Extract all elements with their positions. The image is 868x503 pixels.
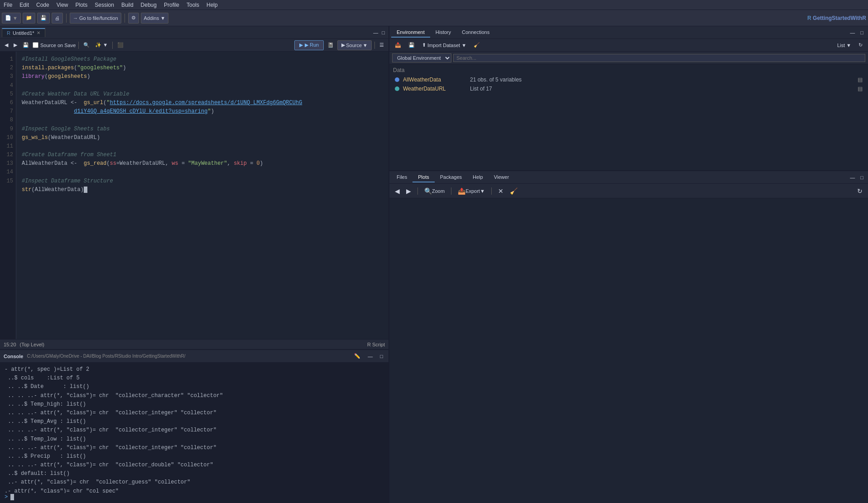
addins-button[interactable]: Addins ▼ xyxy=(141,13,169,24)
source-on-save-label: Source on Save xyxy=(33,42,76,48)
main-toolbar: 📄 ▼ 📁 💾 🖨 → Go to file/function ⚙ Addins… xyxy=(0,10,868,26)
files-maximize-button[interactable]: □ xyxy=(858,174,866,181)
refresh-plots-button[interactable]: ↻ xyxy=(855,187,864,196)
maximize-editor-button[interactable]: □ xyxy=(380,29,387,36)
menu-session[interactable]: Session xyxy=(91,1,118,9)
source-on-save-checkbox[interactable] xyxy=(33,42,38,48)
save-workspace-button[interactable]: 💾 xyxy=(406,41,417,49)
editor-tab-untitled[interactable]: R Untitled1* ✕ xyxy=(2,28,45,37)
main-layout: R Untitled1* ✕ — □ ◀ ▶ 💾 Source on Save … xyxy=(0,26,868,503)
menu-edit[interactable]: Edit xyxy=(16,1,33,9)
zoom-button[interactable]: 🔍 Zoom xyxy=(422,187,446,196)
menu-file[interactable]: File xyxy=(0,1,16,9)
options-button[interactable]: ☰ xyxy=(378,41,386,49)
run-button[interactable]: ▶ ▶ Run xyxy=(294,40,324,50)
search-button[interactable]: 🔍 xyxy=(82,41,91,49)
list-chevron-icon: ▼ xyxy=(846,43,851,48)
clear-plots-button[interactable]: 🧹 xyxy=(508,187,519,196)
run-icon: ▶ xyxy=(299,42,303,48)
env-maximize-button[interactable]: □ xyxy=(858,29,866,36)
new-script-button[interactable]: 📄 ▼ xyxy=(2,13,21,24)
zoom-icon: 🔍 xyxy=(424,187,432,195)
export-chevron-icon: ▼ xyxy=(480,188,485,194)
menu-plots[interactable]: Plots xyxy=(72,1,91,9)
tab-files[interactable]: Files xyxy=(391,172,412,182)
r-file-icon: R xyxy=(7,30,10,36)
menu-profile[interactable]: Profile xyxy=(160,1,183,9)
variable-action-icon[interactable]: ▤ xyxy=(858,77,863,83)
global-env-select[interactable]: Global Environment xyxy=(392,53,451,62)
back-button[interactable]: ◀ xyxy=(3,41,10,49)
import-dataset-button[interactable]: ⬆ Import Dataset ▼ xyxy=(419,41,469,49)
env-variable-row[interactable]: WeatherDataURL List of 17 ▤ xyxy=(393,84,864,93)
tab-viewer[interactable]: Viewer xyxy=(489,172,514,182)
tools-button[interactable]: ⚙ xyxy=(128,13,139,24)
console-content[interactable]: - attr(*, spec )=List of 2 ..$ cols :Lis… xyxy=(0,363,388,493)
wand-button[interactable]: ✨ ▼ xyxy=(93,41,110,49)
menu-help[interactable]: Help xyxy=(203,1,221,9)
go-to-file-button[interactable]: → Go to file/function xyxy=(70,13,121,24)
import-chevron-icon: ▼ xyxy=(461,43,466,48)
editor-toolbar: ◀ ▶ 💾 Source on Save 🔍 ✨ ▼ ⬛ ▶ ▶ Run 📓 xyxy=(0,39,388,52)
menu-bar: File Edit Code View Plots Session Build … xyxy=(0,0,868,10)
files-content xyxy=(389,198,868,503)
variable-name: AllWeatherData xyxy=(403,77,466,83)
env-variable-row[interactable]: AllWeatherData 21 obs. of 5 variables ▤ xyxy=(393,75,864,84)
tab-history[interactable]: History xyxy=(430,28,456,38)
code-content[interactable]: #Install GoogleSheets Package install.pa… xyxy=(16,52,388,339)
import-icon: ⬆ xyxy=(422,42,426,48)
console-maximize-button[interactable]: □ xyxy=(378,353,385,360)
env-minimize-button[interactable]: — xyxy=(847,29,858,36)
menu-build[interactable]: Build xyxy=(118,1,137,9)
line-numbers: 123456789101112131415 xyxy=(0,52,16,339)
editor-tabs: R Untitled1* ✕ — □ xyxy=(0,26,388,39)
console-clear-button[interactable]: ✏️ xyxy=(352,352,362,360)
export-button[interactable]: 📤 Export ▼ xyxy=(456,187,487,196)
save-file-button[interactable]: 💾 xyxy=(21,41,31,49)
refresh-env-button[interactable]: ↻ xyxy=(856,41,865,49)
menu-tools[interactable]: Tools xyxy=(183,1,203,9)
minimize-editor-button[interactable]: — xyxy=(371,29,380,36)
source-chevron-icon: ▼ xyxy=(363,43,368,48)
source-button[interactable]: ▶ Source ▼ xyxy=(337,40,372,50)
notebook-button[interactable]: 📓 xyxy=(326,41,336,49)
files-pane-tabs: Files Plots Packages Help Viewer — □ xyxy=(389,171,868,184)
env-filter: Global Environment xyxy=(389,52,868,64)
right-panel: Environment History Connections — □ 📥 💾 … xyxy=(389,26,868,503)
console-minimize-button[interactable]: — xyxy=(366,353,374,360)
tab-plots[interactable]: Plots xyxy=(412,172,434,182)
files-pane: Files Plots Packages Help Viewer — □ ◀ ▶… xyxy=(389,171,868,503)
print-button[interactable]: 🖨 xyxy=(52,13,63,24)
tab-packages[interactable]: Packages xyxy=(435,172,467,182)
level-indicator[interactable]: (Top Level) xyxy=(20,342,44,347)
variable-action-icon[interactable]: ▤ xyxy=(858,86,863,92)
delete-plot-button[interactable]: ✕ xyxy=(496,187,505,196)
files-minimize-button[interactable]: — xyxy=(847,174,858,181)
tab-environment[interactable]: Environment xyxy=(391,28,430,38)
plot-forward-button[interactable]: ▶ xyxy=(404,187,413,196)
code-area: 123456789101112131415 #Install GoogleShe… xyxy=(0,52,388,339)
load-workspace-button[interactable]: 📥 xyxy=(392,41,404,49)
menu-debug[interactable]: Debug xyxy=(137,1,160,9)
variable-desc: 21 obs. of 5 variables xyxy=(470,77,522,83)
forward-button[interactable]: ▶ xyxy=(12,41,19,49)
files-toolbar: ◀ ▶ 🔍 Zoom 📤 Export ▼ ✕ 🧹 ↻ xyxy=(389,184,868,198)
console-header: Console C:/Users/GMaly/OneDrive - DAI/Bl… xyxy=(0,350,388,363)
menu-code[interactable]: Code xyxy=(33,1,53,9)
go-to-file-icon: → xyxy=(73,15,78,21)
menu-view[interactable]: View xyxy=(53,1,72,9)
open-file-button[interactable]: 📁 xyxy=(23,13,35,24)
tab-connections[interactable]: Connections xyxy=(456,28,495,38)
stop-button[interactable]: ⬛ xyxy=(115,41,125,49)
console-path: C:/Users/GMaly/OneDrive - DAI/Blog Posts… xyxy=(27,354,185,359)
env-data: Data AllWeatherData 21 obs. of 5 variabl… xyxy=(389,64,868,96)
clear-workspace-button[interactable]: 🧹 xyxy=(471,41,483,49)
environment-pane: Environment History Connections — □ 📥 💾 … xyxy=(389,26,868,171)
tab-help[interactable]: Help xyxy=(467,172,489,182)
save-button[interactable]: 💾 xyxy=(37,13,50,24)
env-search-input[interactable] xyxy=(453,54,865,62)
variable-dot-icon xyxy=(395,86,399,91)
tab-close-icon[interactable]: ✕ xyxy=(37,30,40,35)
list-view-button[interactable]: List ▼ xyxy=(834,42,854,49)
plot-back-button[interactable]: ◀ xyxy=(393,187,402,196)
